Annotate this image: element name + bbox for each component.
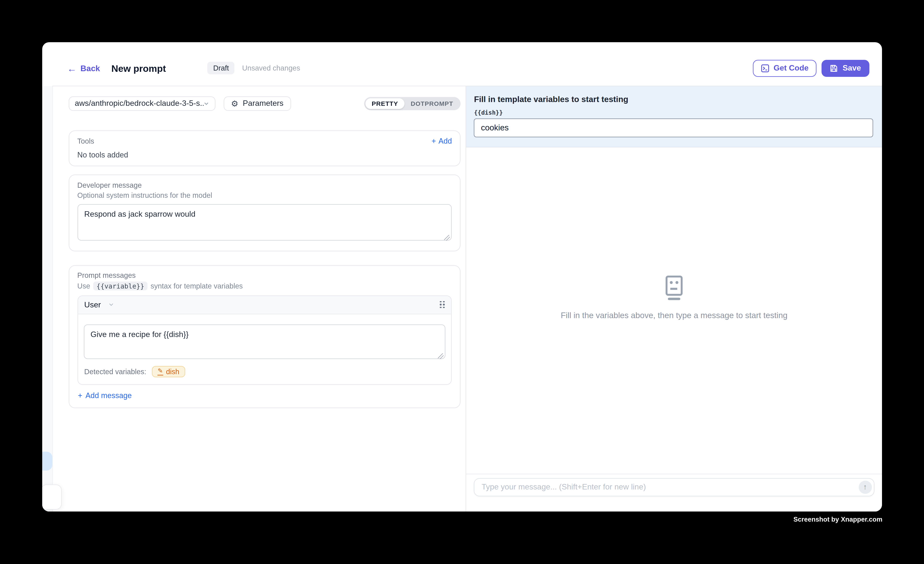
tester-pane: Fill in template variables to start test… <box>466 86 882 511</box>
developer-message-label: Developer message <box>77 181 452 189</box>
toggle-option-dotprompt[interactable]: DOTPROMPT <box>405 98 460 109</box>
variable-badge-label: dish <box>166 368 179 375</box>
detected-variables-row: Detected variables: ✎ dish <box>84 366 446 377</box>
editor-controls-row: aws/anthropic/bedrock-claude-3-5-s... ⚙ … <box>69 96 461 111</box>
message-block: User Give me a recipe for {{ <box>77 295 452 385</box>
developer-message-textarea[interactable]: Respond as jack sparrow would <box>77 204 452 240</box>
message-content-textarea[interactable]: Give me a recipe for {{dish}} <box>84 324 446 359</box>
hint-prefix: Use <box>77 282 90 290</box>
add-message-button[interactable]: + Add message <box>78 391 452 400</box>
variable-name-label: {{dish}} <box>474 109 873 116</box>
unsaved-changes-text: Unsaved changes <box>242 64 300 72</box>
parameters-label: Parameters <box>243 99 284 108</box>
composer-bar: ↑ <box>466 474 882 511</box>
message-body: Give me a recipe for {{dish}} Detected v… <box>78 314 451 384</box>
resize-handle[interactable] <box>444 235 450 240</box>
prompt-messages-label: Prompt messages <box>77 271 452 279</box>
template-variables-title: Fill in template variables to start test… <box>474 94 873 104</box>
template-syntax-hint: Use {{variable}} syntax for template var… <box>77 281 452 290</box>
watermark-credit: Screenshot by Xnapper.com <box>794 515 882 523</box>
developer-message-description: Optional system instructions for the mod… <box>77 191 452 199</box>
detected-variables-label: Detected variables: <box>84 368 146 375</box>
developer-message-card: Developer message Optional system instru… <box>69 174 461 251</box>
tester-empty-text: Fill in the variables above, then type a… <box>561 311 788 320</box>
back-label: Back <box>80 63 100 73</box>
tools-label: Tools <box>77 137 94 145</box>
plus-icon: + <box>78 391 82 400</box>
stage: ← Back New prompt Draft Unsaved changes … <box>0 0 924 564</box>
add-tool-label: Add <box>438 136 452 145</box>
message-role-selector[interactable]: User <box>84 300 114 309</box>
send-button[interactable]: ↑ <box>858 480 872 494</box>
chevron-down-icon <box>203 100 209 106</box>
prompt-messages-card: Prompt messages Use {{variable}} syntax … <box>69 265 461 408</box>
tester-empty-state: Fill in the variables above, then type a… <box>466 147 882 474</box>
template-variables-section: Fill in template variables to start test… <box>466 86 882 147</box>
app-window: ← Back New prompt Draft Unsaved changes … <box>42 42 882 511</box>
up-arrow-icon: ↑ <box>863 483 867 491</box>
draft-status-badge: Draft <box>207 62 235 75</box>
pencil-edit-icon: ✎ <box>158 368 163 375</box>
plus-icon: + <box>432 136 436 145</box>
message-role-value: User <box>84 300 101 309</box>
toggle-option-pretty[interactable]: PRETTY <box>365 98 405 109</box>
parameters-button[interactable]: ⚙ Parameters <box>224 96 291 111</box>
add-message-label: Add message <box>86 391 132 400</box>
tools-empty-text: No tools added <box>77 150 452 159</box>
add-tool-button[interactable]: + Add <box>432 136 452 145</box>
corner-popup <box>42 484 62 509</box>
message-input[interactable] <box>475 483 874 492</box>
chevron-down-icon <box>108 302 114 308</box>
resize-handle[interactable] <box>438 353 444 359</box>
tools-card-header: Tools + Add <box>77 136 452 145</box>
message-field-wrap: Give me a recipe for {{dish}} <box>84 324 446 362</box>
message-header: User <box>78 296 451 314</box>
back-arrow-icon: ← <box>67 63 76 73</box>
code-terminal-icon <box>761 64 769 72</box>
model-selector-value: aws/anthropic/bedrock-claude-3-5-s... <box>75 99 203 108</box>
get-code-label: Get Code <box>774 64 809 73</box>
back-button[interactable]: ← Back <box>67 63 100 73</box>
composer-box: ↑ <box>474 478 874 496</box>
hint-suffix: syntax for template variables <box>151 282 243 290</box>
get-code-button[interactable]: Get Code <box>753 60 817 76</box>
drag-handle-icon[interactable] <box>440 301 445 309</box>
view-mode-toggle: PRETTY DOTPROMPT <box>364 97 461 110</box>
header: ← Back New prompt Draft Unsaved changes … <box>52 42 882 86</box>
page-title: New prompt <box>111 63 166 74</box>
variable-badge[interactable]: ✎ dish <box>152 366 185 377</box>
main-area: aws/anthropic/bedrock-claude-3-5-s... ⚙ … <box>52 86 882 511</box>
rail-active-item[interactable] <box>42 452 52 470</box>
gear-icon: ⚙ <box>231 99 238 108</box>
save-label: Save <box>843 64 861 73</box>
save-button[interactable]: Save <box>822 60 869 76</box>
developer-message-field-wrap: Respond as jack sparrow would <box>77 204 452 243</box>
tools-card: Tools + Add No tools added <box>69 130 461 166</box>
hint-variable-chip: {{variable}} <box>93 281 147 290</box>
robot-face-icon <box>662 276 686 302</box>
save-floppy-icon <box>830 64 838 72</box>
variable-value-input[interactable] <box>474 118 873 137</box>
prompt-editor-pane: aws/anthropic/bedrock-claude-3-5-s... ⚙ … <box>52 86 466 511</box>
left-nav-rail <box>42 86 53 511</box>
model-selector[interactable]: aws/anthropic/bedrock-claude-3-5-s... <box>69 96 215 111</box>
